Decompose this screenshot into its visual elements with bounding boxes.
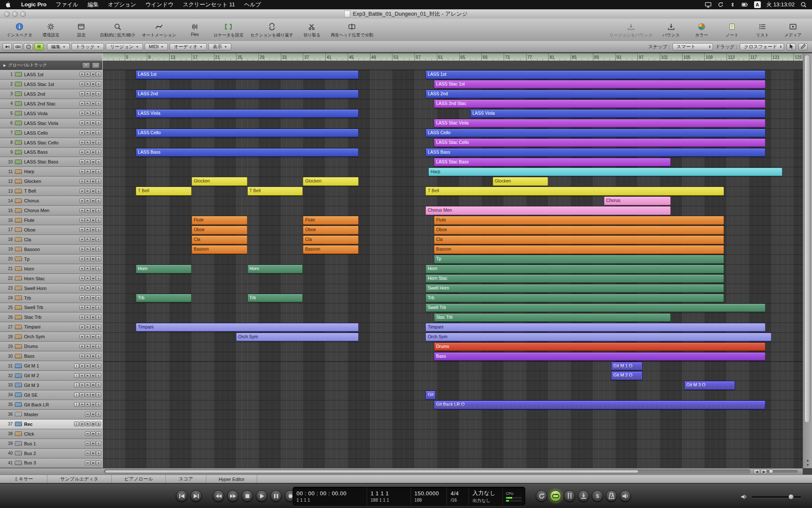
- mute-button[interactable]: M: [91, 383, 96, 387]
- drag-popup[interactable]: クロスフェード ▲▼: [740, 43, 784, 50]
- playhead[interactable]: [102, 53, 103, 468]
- track-header-18[interactable]: 18ClaHRMS: [0, 235, 102, 245]
- track-header-20[interactable]: 20TpHRMS: [0, 254, 102, 264]
- close-window-button[interactable]: [4, 11, 10, 17]
- toolbar-preferences[interactable]: 環境設定: [36, 21, 66, 39]
- track-header-21[interactable]: 21HornHRMS: [0, 264, 102, 274]
- hide-track-button[interactable]: H: [85, 412, 90, 417]
- global-track-config-button[interactable]: ▭: [92, 62, 100, 69]
- mute-button[interactable]: M: [91, 130, 96, 135]
- track-header-23[interactable]: 23Swell HornHRMS: [0, 284, 102, 293]
- mute-button[interactable]: M: [91, 402, 96, 407]
- hide-track-button[interactable]: H: [80, 130, 85, 135]
- solo-button[interactable]: S: [96, 121, 101, 125]
- mute-button[interactable]: M: [91, 334, 96, 339]
- solo-button[interactable]: S: [96, 101, 101, 106]
- vertical-scroll-arrows[interactable]: ▲▼: [803, 458, 812, 467]
- region-orch-sym[interactable]: Orch Sym: [425, 333, 771, 342]
- region-basoon[interactable]: Basoon: [192, 245, 247, 254]
- input-monitor-button[interactable]: I: [74, 392, 79, 397]
- track-header-27[interactable]: 27TimpaniHRMS: [0, 322, 102, 332]
- region-cla[interactable]: Cla: [434, 235, 724, 244]
- pointer-tool-button[interactable]: [787, 43, 796, 50]
- region-t-bell[interactable]: T Bell: [136, 187, 192, 196]
- arrange-menu-オーディオ[interactable]: オーディオ▼: [170, 43, 207, 50]
- mute-button[interactable]: M: [91, 160, 96, 164]
- region-stac-trb[interactable]: Stac Trb: [434, 313, 671, 322]
- hide-track-button[interactable]: H: [80, 325, 85, 329]
- toolbar-colors[interactable]: カラー: [687, 21, 716, 39]
- record-enable-button[interactable]: R: [85, 208, 90, 213]
- tab-ミキサー[interactable]: ミキサー: [0, 475, 47, 483]
- arrange-menu-トラック[interactable]: トラック▼: [71, 43, 104, 50]
- mute-button[interactable]: M: [91, 266, 96, 271]
- region-lass-1st[interactable]: LASS 1st: [136, 70, 359, 79]
- record-enable-button[interactable]: R: [85, 130, 90, 135]
- track-header-26[interactable]: 26Stac TrbHRMS: [0, 312, 102, 322]
- track-header-30[interactable]: 30BassHRMS: [0, 351, 102, 361]
- region-git-s[interactable]: Git S: [425, 391, 436, 400]
- region-horn[interactable]: Horn: [136, 265, 192, 273]
- mute-button[interactable]: M: [91, 412, 96, 417]
- record-enable-button[interactable]: R: [85, 383, 90, 387]
- solo-button[interactable]: S: [96, 208, 101, 213]
- replace-button[interactable]: [578, 490, 589, 502]
- solo-button[interactable]: S: [96, 354, 101, 359]
- hide-track-button[interactable]: H: [80, 82, 85, 86]
- hide-track-button[interactable]: H: [80, 392, 85, 397]
- disclosure-triangle-icon[interactable]: ▶: [3, 64, 6, 67]
- solo-button[interactable]: S: [96, 91, 101, 96]
- hide-track-button[interactable]: H: [80, 383, 85, 387]
- record-enable-button[interactable]: R: [85, 257, 90, 261]
- arrange-area[interactable]: LASS 1stLASS 2ndLASS ViolaLASS CelloLASS…: [102, 70, 803, 468]
- hide-track-button[interactable]: H: [80, 286, 85, 290]
- input-monitor-button[interactable]: I: [74, 364, 79, 368]
- solo-button[interactable]: S: [96, 72, 101, 77]
- region-harp[interactable]: Harp: [428, 168, 782, 177]
- mute-button[interactable]: M: [91, 169, 96, 174]
- tab-スコア[interactable]: スコア: [166, 475, 206, 483]
- record-enable-button[interactable]: R: [85, 72, 90, 77]
- hide-track-button[interactable]: H: [80, 121, 85, 125]
- minimize-window-button[interactable]: [12, 11, 18, 17]
- track-header-16[interactable]: 16FluteHRMS: [0, 215, 102, 225]
- mute-button[interactable]: M: [91, 189, 96, 193]
- hide-track-button[interactable]: H: [80, 364, 85, 368]
- hide-track-button[interactable]: H: [80, 111, 85, 116]
- toolbar-auto-zoom[interactable]: 自動的に拡大/縮小: [97, 21, 138, 39]
- mute-button[interactable]: M: [91, 111, 96, 116]
- arrange-menu-表示[interactable]: 表示▼: [208, 43, 231, 50]
- sync-status-icon[interactable]: [717, 1, 724, 8]
- solo-button[interactable]: S: [96, 373, 101, 378]
- record-enable-button[interactable]: R: [85, 402, 90, 407]
- record-enable-button[interactable]: R: [85, 189, 90, 193]
- region-flute[interactable]: Flute: [434, 216, 724, 225]
- transport-lcd[interactable]: 00 : 00 : 00 : 00.001 1 1 11 1 1 1188 1 …: [293, 487, 525, 506]
- pause-button[interactable]: [270, 490, 282, 502]
- zoom-window-button[interactable]: [20, 11, 26, 17]
- horizontal-scrollbar[interactable]: ◀▶: [0, 468, 803, 475]
- global-tracks-lane[interactable]: [102, 61, 803, 70]
- solo-button[interactable]: S: [96, 344, 101, 349]
- hide-track-button[interactable]: H: [80, 160, 85, 164]
- mute-button[interactable]: M: [91, 121, 96, 125]
- track-header-40[interactable]: 40Bus 2HMS: [0, 449, 102, 458]
- region-chorus-men[interactable]: Chorus Men: [425, 206, 671, 215]
- record-enable-button[interactable]: R: [85, 266, 90, 271]
- mute-button[interactable]: M: [91, 325, 96, 329]
- track-header-15[interactable]: 15Chorus MenHRMS: [0, 206, 102, 215]
- mute-button[interactable]: M: [91, 208, 96, 213]
- rewind-button[interactable]: [213, 490, 224, 502]
- region-lass-stac-1st[interactable]: LASS Stac 1st: [434, 80, 765, 89]
- add-global-track-button[interactable]: +: [82, 62, 90, 69]
- region-glocken[interactable]: Glocken: [493, 177, 549, 186]
- play-button[interactable]: [256, 490, 267, 502]
- mute-button[interactable]: M: [91, 150, 96, 155]
- region-flute[interactable]: Flute: [303, 216, 359, 225]
- region-git-m-1-o[interactable]: Git M 1 O: [611, 362, 642, 371]
- snap-popup[interactable]: スマート ▲▼: [672, 43, 713, 50]
- solo-button[interactable]: S: [96, 111, 101, 116]
- solo-button[interactable]: S: [96, 461, 101, 465]
- track-header-3[interactable]: 3LASS 2ndHRMS: [0, 89, 102, 99]
- toolbar-split[interactable]: 再生ヘッド位置で分割: [328, 21, 376, 39]
